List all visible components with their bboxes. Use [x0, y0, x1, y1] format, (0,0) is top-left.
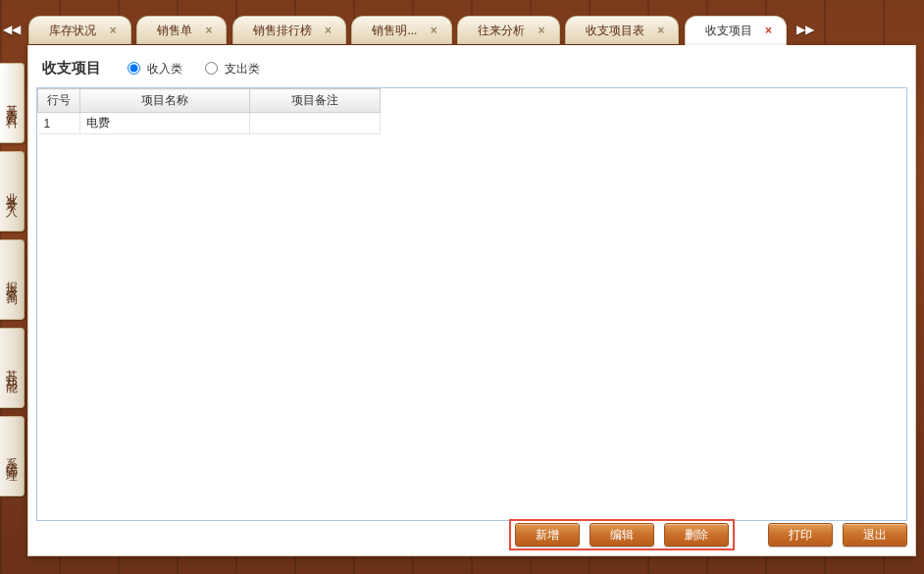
grid-header-row: 行号 项目名称 项目备注: [38, 89, 381, 113]
close-icon[interactable]: ×: [325, 17, 332, 44]
nav-basic-data[interactable]: 基本资料: [0, 63, 25, 143]
close-icon[interactable]: ×: [205, 17, 212, 44]
workarea: 收支项目 收入类 支出类 行号 项目名称 项目备注: [27, 45, 916, 556]
radio-expense-input[interactable]: [205, 62, 218, 75]
tab-label: 库存状况: [49, 24, 96, 37]
exit-button[interactable]: 退出: [843, 523, 907, 547]
tab-scroll-right[interactable]: ▶▶: [794, 16, 817, 43]
tab-label: 往来分析: [478, 24, 525, 37]
nav-report-query[interactable]: 报表查询: [0, 239, 25, 320]
radio-income-label: 收入类: [147, 62, 182, 76]
footer-toolbar: 新增 编辑 删除 打印 退出: [36, 522, 907, 548]
add-button[interactable]: 新增: [515, 523, 580, 547]
close-icon[interactable]: ×: [765, 17, 772, 44]
tabstrip: ◀◀ 库存状况 × 销售单 × 销售排行榜 × 销售明... × 往来分析 × …: [0, 16, 924, 49]
table-row[interactable]: 1 电费: [38, 113, 381, 134]
cell-name: 电费: [80, 113, 250, 134]
tab-income-expense-item[interactable]: 收支项目 ×: [685, 16, 787, 46]
left-nav: 基本资料 业务录入 报表查询 其它功能 系统管理: [0, 63, 20, 504]
edit-button-group: 新增 编辑 删除: [509, 519, 735, 550]
close-icon[interactable]: ×: [657, 17, 664, 44]
radio-income[interactable]: 收入类: [123, 62, 186, 76]
nav-other-functions[interactable]: 其它功能: [0, 328, 25, 408]
radio-expense-label: 支出类: [225, 62, 260, 76]
cell-remark: [250, 113, 381, 134]
cell-rownum: 1: [38, 113, 80, 134]
column-header-name[interactable]: 项目名称: [80, 89, 250, 113]
panel-title: 收支项目: [42, 59, 101, 78]
nav-system-management[interactable]: 系统管理: [0, 416, 25, 496]
tab-label: 销售单: [157, 24, 192, 37]
tab-sales-order[interactable]: 销售单 ×: [136, 16, 227, 44]
tab-sales-detail[interactable]: 销售明... ×: [351, 16, 451, 44]
tab-stock-status[interactable]: 库存状况 ×: [28, 16, 130, 44]
tab-income-expense-report[interactable]: 收支项目表 ×: [565, 16, 679, 44]
tab-label: 收支项目: [705, 24, 752, 37]
tab-scroll-left[interactable]: ◀◀: [0, 16, 24, 43]
tab-contact-analysis[interactable]: 往来分析 ×: [457, 16, 559, 44]
tab-label: 销售排行榜: [253, 24, 312, 37]
close-icon[interactable]: ×: [539, 17, 545, 44]
tab-label: 收支项目表: [586, 24, 644, 37]
close-icon[interactable]: ×: [431, 17, 437, 44]
radio-expense[interactable]: 支出类: [200, 62, 260, 76]
column-header-remark[interactable]: 项目备注: [250, 89, 381, 113]
type-radio-group: 收入类 支出类: [123, 59, 274, 78]
column-header-rownum[interactable]: 行号: [38, 89, 80, 113]
nav-business-entry[interactable]: 业务录入: [0, 151, 25, 232]
edit-button[interactable]: 编辑: [590, 523, 654, 547]
data-grid[interactable]: 行号 项目名称 项目备注 1 电费: [36, 87, 907, 521]
radio-income-input[interactable]: [128, 62, 140, 75]
tab-label: 销售明...: [372, 24, 417, 37]
delete-button[interactable]: 删除: [664, 523, 729, 547]
close-icon[interactable]: ×: [110, 17, 117, 44]
panel-header: 收支项目 收入类 支出类: [28, 45, 915, 87]
tab-sales-ranking[interactable]: 销售排行榜 ×: [232, 16, 346, 44]
print-button[interactable]: 打印: [768, 523, 833, 547]
